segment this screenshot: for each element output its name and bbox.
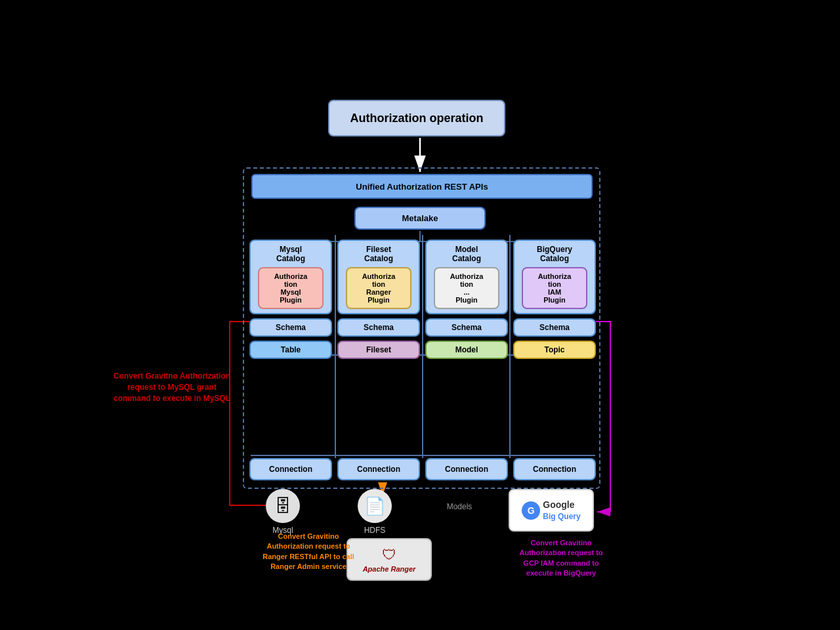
hdfs-icon: 📄 [358,489,392,523]
bigquery-catalog-box: BigQueryCatalog AuthorizationIAMPlugin [513,240,596,314]
hdfs-icon-group: 📄 HDFS [358,489,392,535]
mysql-catalog-col: MysqlCatalog AuthorizationMysqlPlugin Sc… [249,240,332,359]
mysql-icon: 🗄 [266,489,300,523]
models-label: Models [440,502,479,511]
mysql-catalog-box: MysqlCatalog AuthorizationMysqlPlugin [249,240,332,314]
apache-ranger-box: 🛡 Apache Ranger [346,538,432,581]
connections-row: Connection Connection Connection Connect… [249,458,596,480]
mysql-annotation: Convert Gravitno Authorization request t… [113,371,231,404]
unified-api-box: Unified Authorization REST APIs [251,174,593,199]
auth-op-box: Authorization operation [328,100,505,136]
metalake-label: Metalake [402,213,438,223]
fileset-catalog-col: FilesetCatalog AuthorizationRangerPlugin… [337,240,420,359]
model-catalog-col: ModelCatalog Authorization...Plugin Sche… [425,240,508,359]
bigquery-logo-row: G GoogleBig Query [522,499,580,522]
bigquery-annotation-text: Convert Gravitino Authorization request … [519,539,602,577]
model-schema-box: Schema [425,318,508,337]
auth-op-label: Authorization operation [350,112,484,125]
bigquery-connection-box: Connection [513,458,596,480]
bigquery-schema-box: Schema [513,318,596,337]
hdfs-label: HDFS [364,526,386,535]
google-bq-icon: G [522,501,540,520]
bigquery-box: G GoogleBig Query [509,489,594,532]
bigquery-catalog-col: BigQueryCatalog AuthorizationIAMPlugin S… [513,240,596,359]
ranger-annotation: Convert Gravitino Authorization request … [259,532,358,572]
apache-ranger-label: Apache Ranger [363,565,416,573]
bigquery-annotation: Convert Gravitino Authorization request … [512,538,610,579]
fileset-connection-box: Connection [337,458,420,480]
fileset-data-box: Fileset [337,341,420,359]
mysql-connection-box: Connection [249,458,332,480]
mysql-auth-plugin: AuthorizationMysqlPlugin [258,267,324,309]
mysql-catalog-title: MysqlCatalog [276,245,305,263]
fileset-catalog-title: FilesetCatalog [364,245,393,263]
catalogs-row: MysqlCatalog AuthorizationMysqlPlugin Sc… [249,240,596,359]
model-connection-box: Connection [425,458,508,480]
unified-api-label: Unified Authorization REST APIs [356,182,488,192]
apache-ranger-shield-icon: 🛡 [382,547,396,564]
fileset-catalog-box: FilesetCatalog AuthorizationRangerPlugin [337,240,420,314]
mysql-table-box: Table [249,341,332,359]
bigquery-logo-text: GoogleBig Query [543,499,580,522]
diagram-container: Authorization operation Unified Authoriz… [0,0,840,630]
mysql-annotation-text: Convert Gravitno Authorization request t… [114,371,230,403]
model-auth-plugin: Authorization...Plugin [434,267,499,309]
model-catalog-box: ModelCatalog Authorization...Plugin [425,240,508,314]
model-catalog-title: ModelCatalog [452,245,481,263]
ranger-annotation-text: Convert Gravitino Authorization request … [262,532,354,570]
mysql-icon-group: 🗄 Mysql [266,489,300,535]
model-data-box: Model [425,341,508,359]
fileset-schema-box: Schema [337,318,420,337]
metalake-box: Metalake [354,207,486,230]
mysql-schema-box: Schema [249,318,332,337]
fileset-auth-plugin: AuthorizationRangerPlugin [346,267,411,309]
bigquery-topic-box: Topic [513,341,596,359]
bigquery-catalog-title: BigQueryCatalog [537,245,572,263]
bigquery-auth-plugin: AuthorizationIAMPlugin [522,267,587,309]
